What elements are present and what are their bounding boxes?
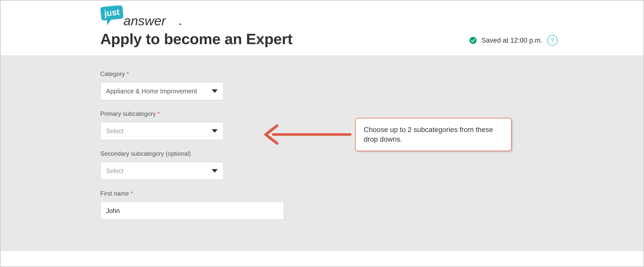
help-button[interactable]: ?: [547, 35, 558, 46]
saved-text: Saved at 12:00 p.m.: [481, 37, 542, 44]
field-label: First name *: [100, 190, 544, 197]
field-label: Primary subcategory *: [100, 110, 544, 117]
svg-point-4: [180, 23, 181, 25]
field-category: Category * Appliance & Home Improvement: [100, 70, 544, 100]
category-select[interactable]: Appliance & Home Improvement: [100, 82, 224, 100]
first-name-input[interactable]: [106, 202, 278, 220]
page-header: just answer Apply to become an Expert Sa…: [1, 1, 643, 55]
chevron-down-icon: [212, 169, 218, 173]
annotation-callout: Choose up to 2 subcategories from these …: [355, 118, 512, 151]
question-mark-icon: ?: [551, 37, 554, 44]
first-name-input-wrap: [100, 202, 284, 220]
secondary-subcategory-select[interactable]: Select: [100, 162, 224, 180]
primary-subcategory-select[interactable]: Select: [100, 122, 224, 140]
svg-text:just: just: [104, 7, 120, 18]
required-mark: *: [131, 190, 133, 197]
check-circle-icon: [469, 37, 477, 44]
save-status: Saved at 12:00 p.m. ?: [469, 35, 558, 48]
field-label: Secondary subcategory (optional): [100, 150, 544, 157]
field-secondary-subcategory: Secondary subcategory (optional) Select: [100, 150, 544, 180]
select-value: Appliance & Home Improvement: [106, 88, 197, 95]
select-placeholder: Select: [106, 167, 123, 175]
annotation-group: Choose up to 2 subcategories from these …: [258, 118, 512, 151]
justanswer-logo: just answer: [100, 8, 292, 28]
arrow-left-icon: [258, 123, 352, 146]
svg-text:answer: answer: [123, 13, 166, 28]
field-label: Category *: [100, 70, 544, 77]
field-first-name: First name *: [100, 190, 544, 220]
chevron-down-icon: [212, 129, 218, 133]
required-mark: *: [158, 110, 160, 117]
svg-point-5: [469, 37, 477, 44]
chevron-down-icon: [212, 89, 218, 93]
page-title: Apply to become an Expert: [100, 30, 292, 48]
form-area: Category * Appliance & Home Improvement …: [1, 55, 643, 251]
required-mark: *: [127, 70, 129, 77]
select-placeholder: Select: [106, 127, 123, 135]
